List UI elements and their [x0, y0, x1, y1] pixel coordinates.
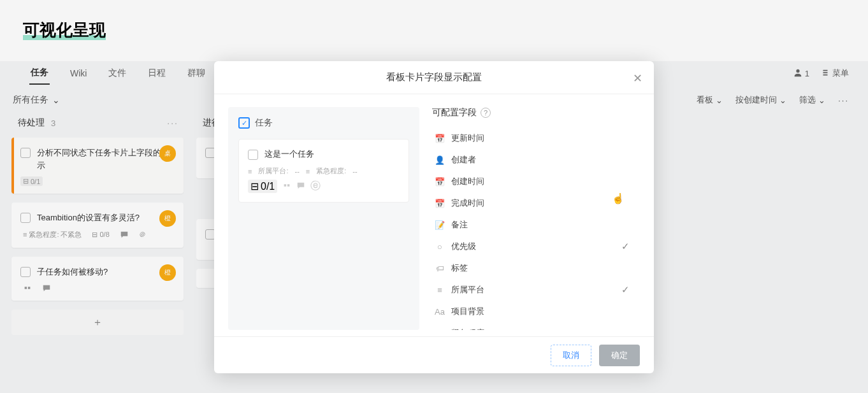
field-type-icon: ≡ [435, 285, 445, 295]
preview-heading-text: 任务 [255, 117, 273, 129]
field-type-icon: 📅 [435, 176, 445, 187]
preview-heading: 任务 [238, 117, 409, 129]
field-type-icon: 👤 [435, 155, 445, 165]
field-type-icon: ○ [435, 241, 445, 252]
field-option[interactable]: ≡紧急程度✓ [432, 322, 636, 330]
modal-overlay: 看板卡片字段显示配置 ✕ 任务 这是一个任务 ≡ 所属平台: -- [0, 0, 868, 393]
task-type-icon [238, 117, 250, 129]
field-option[interactable]: 📅更新时间 [432, 127, 636, 149]
modal-title: 看板卡片字段显示配置 [386, 71, 482, 83]
field-type-icon: ≡ [435, 328, 445, 330]
check-icon: ✓ [621, 284, 630, 296]
check-icon: ✓ [621, 241, 630, 252]
check-icon: ✓ [621, 327, 630, 330]
field-option[interactable]: ≡所属平台✓ [432, 279, 636, 301]
help-icon[interactable]: ? [481, 108, 491, 118]
list-icon: ≡ [248, 168, 252, 175]
preview-checkbox [248, 150, 258, 160]
cancel-button[interactable]: 取消 [551, 345, 591, 366]
field-option[interactable]: 👤创建者 [432, 149, 636, 171]
field-label: 项目背景 [451, 306, 484, 317]
field-label: 优先级 [451, 241, 476, 252]
preview-progress-text: 0/1 [261, 181, 275, 192]
field-type-icon: 🏷 [435, 263, 445, 273]
modal-header: 看板卡片字段显示配置 ✕ [214, 61, 654, 94]
config-pane: 可配置字段 ? 📅更新时间👤创建者📅创建时间📅完成时间📝备注○优先级✓🏷标签≡所… [432, 107, 640, 330]
field-option[interactable]: 🏷标签 [432, 257, 636, 279]
subtask-icon: ⊟ [250, 180, 259, 192]
modal-body: 任务 这是一个任务 ≡ 所属平台: -- ≡ 紧急程度: -- [214, 94, 654, 336]
preview-task-title: 这是一个任务 [264, 148, 314, 160]
field-label: 所属平台 [451, 284, 484, 296]
field-label: 紧急程度 [451, 327, 484, 330]
field-label: 标签 [451, 262, 468, 274]
field-label: 完成时间 [451, 197, 484, 209]
cursor-icon: ☝ [612, 192, 625, 204]
field-label: 创建时间 [451, 176, 484, 187]
field-config-modal: 看板卡片字段显示配置 ✕ 任务 这是一个任务 ≡ 所属平台: -- [214, 61, 654, 373]
field-option[interactable]: ○优先级✓ [432, 236, 636, 257]
field-option[interactable]: 📅完成时间 [432, 192, 636, 214]
preview-urgency-value: -- [352, 168, 357, 175]
comment-icon [296, 181, 305, 192]
config-heading: 可配置字段 ? [432, 107, 636, 118]
attachment-icon: ⓔ [310, 180, 321, 193]
preview-card: 这是一个任务 ≡ 所属平台: -- ≡ 紧急程度: -- ⊟ 0/1 [238, 139, 409, 203]
field-type-icon: 📅 [435, 198, 445, 208]
preview-platform-label: 所属平台: [258, 166, 288, 176]
field-label: 创建者 [451, 154, 476, 166]
preview-platform-value: -- [294, 168, 299, 175]
field-label: 更新时间 [451, 132, 484, 144]
field-type-icon: 📅 [435, 133, 445, 143]
preview-progress: ⊟ 0/1 [248, 180, 277, 193]
field-type-icon: Aa [435, 306, 445, 317]
field-label: 备注 [451, 219, 468, 231]
field-option[interactable]: Aa项目背景 [432, 301, 636, 322]
confirm-button[interactable]: 确定 [599, 345, 640, 366]
config-heading-text: 可配置字段 [432, 107, 477, 118]
preview-urgency-label: 紧急程度: [316, 166, 346, 176]
list-icon: ≡ [306, 168, 310, 175]
field-option[interactable]: 📅创建时间 [432, 171, 636, 192]
modal-footer: 取消 确定 [214, 336, 654, 373]
close-icon[interactable]: ✕ [633, 71, 642, 85]
field-option[interactable]: 📝备注 [432, 214, 636, 236]
link-icon [282, 181, 291, 192]
field-type-icon: 📝 [435, 220, 445, 230]
preview-pane: 任务 这是一个任务 ≡ 所属平台: -- ≡ 紧急程度: -- [228, 107, 419, 330]
